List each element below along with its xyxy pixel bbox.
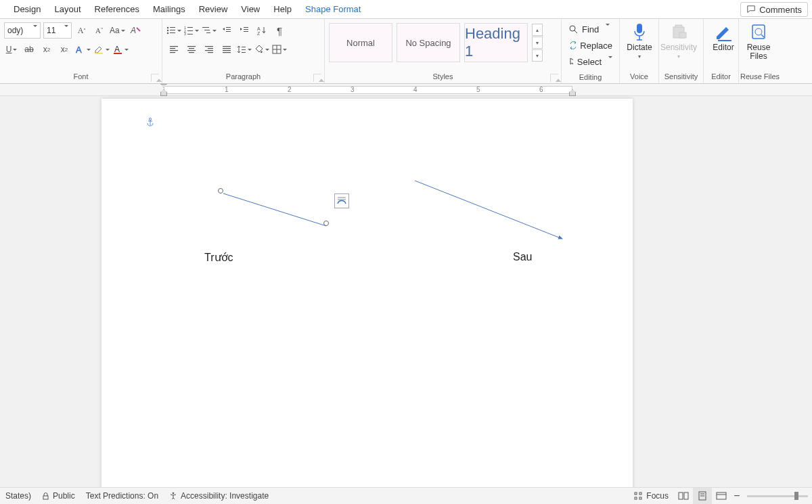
status-language[interactable]: States): [0, 488, 37, 505]
underline-button[interactable]: U: [4, 42, 19, 57]
superscript-button[interactable]: x2: [57, 42, 72, 57]
align-center-button[interactable]: [184, 42, 199, 57]
svg-rect-20: [226, 27, 231, 28]
shading-button[interactable]: [254, 42, 269, 57]
font-dialog-launcher[interactable]: [151, 74, 159, 82]
align-right-button[interactable]: [202, 42, 217, 57]
justify-button[interactable]: [219, 42, 234, 57]
highlight-button[interactable]: [93, 42, 110, 57]
borders-button[interactable]: [272, 42, 287, 57]
tab-review[interactable]: Review: [192, 0, 235, 19]
styles-dialog-launcher[interactable]: [550, 74, 558, 82]
svg-point-9: [167, 32, 168, 34]
svg-point-50: [570, 26, 575, 31]
zoom-slider[interactable]: [747, 495, 808, 497]
reuse-files-button[interactable]: Reuse Files: [739, 19, 778, 61]
web-layout-button[interactable]: [712, 488, 731, 505]
strikethrough-button[interactable]: ab: [22, 42, 37, 57]
ruler[interactable]: 1 2 3 4 5 6: [0, 84, 812, 96]
dictate-button[interactable]: Dictate▾: [620, 19, 659, 61]
read-mode-button[interactable]: [674, 488, 693, 505]
group-voice: Dictate▾ Voice: [620, 19, 659, 83]
svg-rect-18: [204, 30, 210, 30]
styles-expand[interactable]: ▾: [532, 49, 543, 62]
font-size-select[interactable]: 11: [43, 22, 72, 39]
print-layout-icon: [698, 491, 707, 501]
shrink-font-button[interactable]: A˅: [92, 23, 107, 38]
font-group-label: Font: [0, 71, 162, 83]
comments-button[interactable]: Comments: [740, 2, 808, 17]
tab-references[interactable]: References: [88, 0, 146, 19]
svg-line-58: [761, 35, 764, 37]
grow-font-button[interactable]: A˄: [74, 23, 89, 38]
styles-scroll-down[interactable]: ▾: [532, 37, 543, 49]
status-predictions[interactable]: Text Predictions: On: [81, 488, 164, 505]
line-spacing-icon: [237, 45, 246, 54]
svg-rect-38: [205, 50, 213, 51]
tab-help[interactable]: Help: [267, 0, 298, 19]
multilevel-button[interactable]: [202, 23, 217, 38]
decrease-indent-button[interactable]: [219, 23, 234, 38]
line-handle-end[interactable]: [323, 221, 329, 226]
style-normal[interactable]: Normal: [329, 23, 392, 62]
editor-group-label: Editor: [704, 71, 738, 83]
show-marks-button[interactable]: ¶: [272, 23, 287, 38]
shape-line-before[interactable]: [221, 191, 329, 229]
svg-rect-28: [170, 46, 178, 47]
increase-indent-button[interactable]: [237, 23, 252, 38]
bullets-button[interactable]: [166, 23, 181, 38]
find-button[interactable]: Find: [568, 22, 612, 37]
change-case-button[interactable]: Aa: [110, 23, 125, 38]
text-effects-icon: A: [74, 44, 85, 55]
zoom-out-button[interactable]: −: [731, 488, 743, 505]
workspace[interactable]: Trước Sau: [0, 96, 812, 487]
style-heading-1[interactable]: Heading 1: [464, 23, 528, 62]
style-no-spacing[interactable]: No Spacing: [397, 23, 460, 62]
paragraph-dialog-launcher[interactable]: [313, 74, 321, 82]
status-public[interactable]: Public: [37, 488, 81, 505]
tab-mailings[interactable]: Mailings: [146, 0, 192, 19]
paragraph-group-label: Paragraph: [162, 71, 324, 83]
svg-rect-66: [43, 496, 48, 499]
svg-rect-68: [635, 492, 637, 495]
editor-button[interactable]: Editor: [704, 19, 743, 52]
line-handle-start[interactable]: [218, 188, 223, 193]
zoom-thumb[interactable]: [794, 492, 798, 500]
layout-options-button[interactable]: [334, 193, 349, 208]
numbering-icon: 123: [184, 26, 194, 35]
subscript-button[interactable]: x2: [39, 42, 54, 57]
status-accessibility[interactable]: Accessibility: Investigate: [164, 488, 274, 505]
print-layout-button[interactable]: [693, 488, 712, 505]
sensitivity-button[interactable]: Sensitivity▾: [659, 19, 698, 61]
sort-icon: AZ: [257, 26, 267, 35]
ribbon-tabs: Design Layout References Mailings Review…: [0, 0, 812, 19]
sort-button[interactable]: AZ: [254, 23, 269, 38]
svg-rect-10: [170, 32, 175, 33]
select-button[interactable]: Select: [568, 54, 612, 69]
tab-layout[interactable]: Layout: [47, 0, 87, 19]
svg-rect-37: [208, 48, 213, 49]
styles-scroll-up[interactable]: ▴: [532, 24, 543, 36]
tab-view[interactable]: View: [234, 0, 267, 19]
clear-formatting-button[interactable]: A: [128, 23, 143, 38]
sensitivity-group-label: Sensitivity: [659, 71, 703, 83]
text-effects-button[interactable]: A: [74, 42, 91, 57]
svg-rect-35: [189, 52, 194, 53]
group-font: ody) 11 A˄ A˅ Aa A U ab x2 x2 A: [0, 19, 162, 83]
line-spacing-button[interactable]: [237, 42, 252, 57]
shape-arrow-after[interactable]: [412, 178, 568, 246]
tab-design[interactable]: Design: [7, 0, 47, 19]
highlight-icon: [93, 44, 104, 55]
svg-rect-45: [242, 49, 246, 50]
font-color-button[interactable]: A: [112, 42, 129, 57]
svg-rect-19: [206, 32, 210, 33]
tab-shape-format[interactable]: Shape Format: [298, 0, 367, 19]
focus-mode-button[interactable]: Focus: [628, 488, 674, 505]
numbering-button[interactable]: 123: [184, 23, 199, 38]
document-page[interactable]: Trước Sau: [102, 99, 633, 487]
svg-point-59: [149, 118, 151, 120]
font-family-select[interactable]: ody): [4, 22, 41, 39]
svg-rect-41: [223, 48, 231, 49]
replace-button[interactable]: Replace: [568, 38, 612, 53]
align-left-button[interactable]: [166, 42, 181, 57]
